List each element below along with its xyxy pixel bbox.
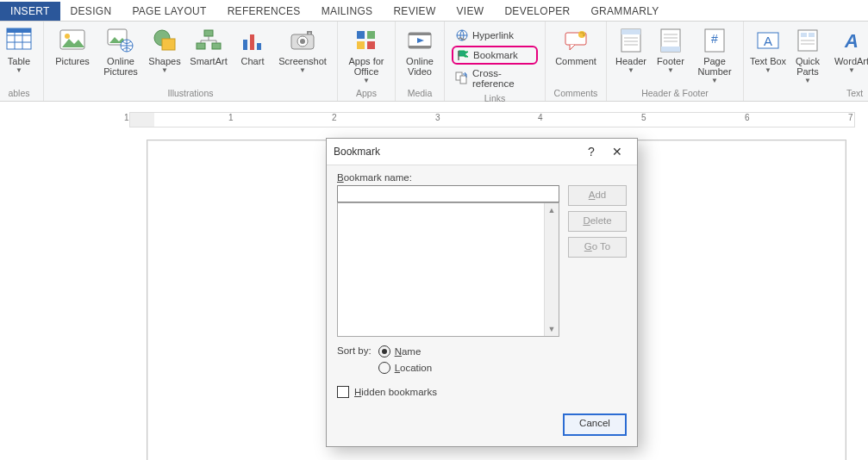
header-icon (617, 27, 645, 54)
svg-rect-11 (162, 39, 175, 50)
crossref-icon (455, 71, 469, 85)
text-box-button[interactable]: A Text Box ▼ (749, 25, 787, 76)
video-icon (406, 27, 434, 54)
chevron-down-icon: ▼ (299, 66, 306, 74)
ribbon: Table ▼ ables Pictures Online Pictures S… (0, 22, 868, 102)
tab-review[interactable]: REVIEW (383, 2, 446, 21)
svg-rect-52 (809, 33, 815, 37)
cross-reference-button[interactable]: Cross-reference (452, 66, 538, 90)
smartart-icon (195, 27, 222, 54)
cancel-button[interactable]: Cancel (563, 413, 627, 436)
chevron-down-icon: ▼ (363, 77, 370, 84)
svg-rect-33 (460, 76, 466, 84)
tab-grammarly[interactable]: GRAMMARLY (580, 2, 669, 21)
svg-rect-13 (197, 43, 205, 49)
tab-developer[interactable]: DEVELOPER (494, 2, 580, 21)
scroll-up-icon[interactable]: ▲ (545, 203, 559, 217)
table-icon (5, 27, 33, 54)
chevron-down-icon: ▼ (667, 66, 674, 74)
comment-icon (562, 27, 590, 54)
svg-rect-15 (243, 40, 247, 50)
svg-rect-12 (204, 30, 213, 36)
hidden-bookmarks-checkbox[interactable]: Hidden bookmarks (337, 386, 627, 398)
bookmark-name-label: Bookmark name: (337, 172, 627, 183)
chevron-down-icon: ▼ (161, 66, 168, 74)
smartart-button[interactable]: SmartArt (185, 25, 232, 68)
wordart-button[interactable]: A WordArt ▼ (828, 25, 868, 76)
ribbon-tabs: INSERT DESIGN PAGE LAYOUT REFERENCES MAI… (0, 0, 868, 22)
tab-design[interactable]: DESIGN (60, 2, 122, 21)
chart-button[interactable]: Chart (234, 25, 272, 68)
tab-view[interactable]: VIEW (446, 2, 495, 21)
chart-icon (239, 27, 266, 54)
chevron-down-icon: ▼ (711, 77, 718, 84)
comment-button[interactable]: Comment (551, 25, 601, 68)
table-button[interactable]: Table ▼ (0, 25, 38, 76)
chevron-down-icon: ▼ (765, 66, 771, 74)
sort-location-radio[interactable]: Location (378, 362, 433, 374)
bookmark-name-input[interactable] (337, 185, 559, 202)
add-button: Add (568, 185, 627, 206)
scrollbar[interactable]: ▲ ▼ (544, 203, 559, 336)
tab-insert[interactable]: INSERT (0, 2, 60, 21)
wordart-icon: A (838, 27, 865, 54)
links-stack: Hyperlink Bookmark Cross-reference (450, 25, 540, 92)
delete-button: Delete (568, 211, 627, 232)
svg-text:A: A (844, 30, 859, 52)
svg-rect-23 (357, 31, 365, 39)
screenshot-button[interactable]: + Screenshot ▼ (273, 25, 332, 76)
svg-text:#: # (711, 32, 718, 46)
scroll-down-icon[interactable]: ▼ (545, 322, 559, 336)
dialog-titlebar[interactable]: Bookmark ? ✕ (327, 139, 637, 165)
tab-references[interactable]: REFERENCES (217, 2, 311, 21)
svg-rect-42 (661, 47, 680, 52)
svg-rect-24 (367, 31, 375, 39)
textbox-icon: A (754, 27, 782, 54)
svg-text:A: A (764, 34, 772, 48)
chevron-down-icon: ▼ (16, 66, 22, 74)
svg-rect-37 (621, 29, 640, 34)
help-button[interactable]: ? (578, 139, 604, 165)
sort-name-radio[interactable]: Name (378, 345, 433, 357)
dialog-title: Bookmark (334, 146, 380, 158)
svg-rect-14 (212, 43, 221, 49)
footer-button[interactable]: Footer ▼ (652, 25, 690, 76)
tab-page-layout[interactable]: PAGE LAYOUT (122, 2, 216, 21)
page-number-button[interactable]: # Page Number ▼ (691, 25, 738, 86)
shapes-button[interactable]: Shapes ▼ (146, 25, 184, 76)
shapes-icon (151, 27, 178, 54)
tab-mailings[interactable]: MAILINGS (311, 2, 384, 21)
goto-button: Go To (568, 237, 627, 258)
pictures-button[interactable]: Pictures (49, 25, 96, 68)
bookmark-icon (456, 48, 470, 62)
svg-rect-16 (250, 34, 254, 50)
apps-icon (353, 27, 380, 54)
hyperlink-button[interactable]: Hyperlink (452, 27, 538, 44)
header-button[interactable]: Header ▼ (612, 25, 650, 76)
bookmark-list[interactable]: ▲ ▼ (337, 202, 559, 337)
online-pictures-button[interactable]: Online Pictures (97, 25, 144, 78)
chevron-down-icon: ▼ (628, 66, 634, 74)
quick-parts-button[interactable]: Quick Parts ▼ (789, 25, 827, 86)
bookmark-button[interactable]: Bookmark (452, 46, 538, 65)
online-pictures-icon (107, 27, 134, 54)
svg-rect-5 (7, 28, 31, 33)
hyperlink-icon (455, 28, 469, 42)
quickparts-icon (794, 27, 821, 54)
svg-rect-26 (367, 41, 375, 49)
svg-rect-29 (409, 46, 431, 48)
svg-point-7 (65, 34, 70, 39)
svg-text:+: + (308, 30, 311, 35)
online-video-button[interactable]: Online Video (401, 25, 439, 78)
svg-rect-28 (409, 33, 431, 35)
svg-rect-25 (357, 41, 365, 49)
ruler: 1 1 2 3 4 5 6 7 (0, 107, 868, 129)
apps-for-office-button[interactable]: Apps for Office ▼ (343, 25, 390, 86)
svg-point-35 (578, 31, 585, 38)
pictures-icon (59, 27, 86, 54)
footer-icon (657, 27, 684, 54)
sortby-label: Sort by: (337, 345, 372, 356)
svg-rect-51 (801, 33, 807, 37)
close-button[interactable]: ✕ (604, 139, 630, 165)
page-number-icon: # (701, 27, 728, 54)
